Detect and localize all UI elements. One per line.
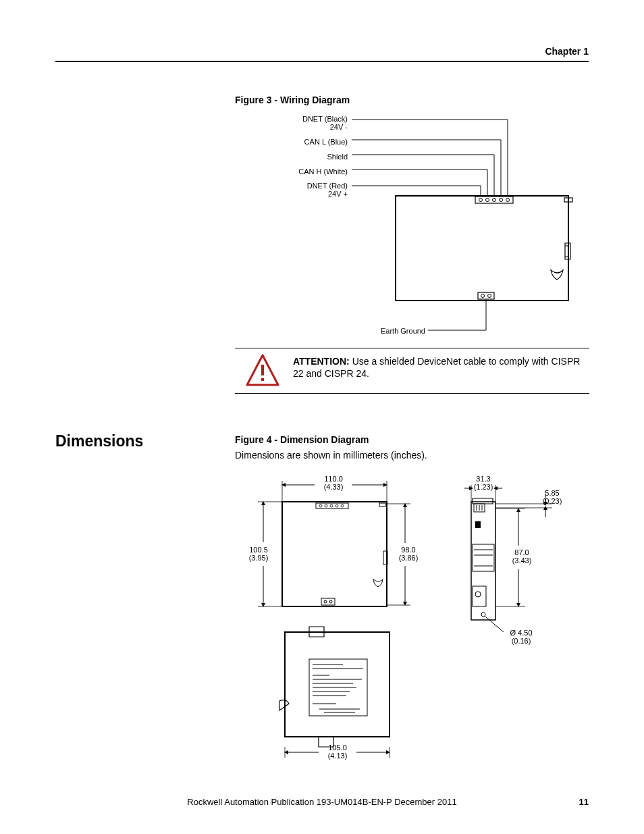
dim-side-tab-in: (0.23) <box>543 497 562 505</box>
dim-side-width-in: (1.23) <box>474 483 493 491</box>
section-heading-dimensions: Dimensions <box>55 432 143 450</box>
header-rule <box>55 61 589 62</box>
page-number: 11 <box>579 797 589 807</box>
svg-rect-8 <box>478 292 494 299</box>
svg-point-22 <box>324 600 327 603</box>
svg-rect-13 <box>282 502 387 606</box>
dim-side-body-in: (3.43) <box>512 556 532 565</box>
attention-icon <box>244 353 281 389</box>
svg-point-9 <box>481 294 485 298</box>
dim-side-width-mm: 31.3 <box>476 475 490 483</box>
svg-point-18 <box>336 504 338 507</box>
dim-side-body-mm: 87.0 <box>514 548 529 556</box>
svg-point-77 <box>481 613 485 617</box>
dim-height-inner-mm: 98.0 <box>401 546 415 554</box>
wiring-diagram <box>267 111 585 341</box>
dim-width-top-mm: 110.0 <box>324 475 343 483</box>
dim-width-bottom-in: (4.13) <box>328 752 348 760</box>
dim-width-top-in: (4.33) <box>324 483 344 491</box>
svg-rect-1 <box>475 197 513 203</box>
svg-point-64 <box>475 592 481 597</box>
svg-rect-12 <box>261 378 264 381</box>
svg-point-16 <box>325 504 327 507</box>
attention-block: ATTENTION: Use a shielded DeviceNet cabl… <box>235 348 589 394</box>
chapter-label: Chapter 1 <box>545 46 589 57</box>
svg-rect-36 <box>285 632 390 737</box>
dim-height-inner-in: (3.86) <box>399 554 419 562</box>
figure-4-caption: Figure 4 - Dimension Diagram <box>235 434 369 445</box>
dim-width-bottom-mm: 105.0 <box>328 744 347 752</box>
dimension-note: Dimensions are shown in millimeters (inc… <box>235 450 427 461</box>
svg-point-6 <box>506 199 510 202</box>
svg-rect-58 <box>475 521 481 528</box>
svg-point-4 <box>493 199 496 202</box>
svg-rect-0 <box>396 196 568 301</box>
svg-line-78 <box>485 617 504 632</box>
figure-3-caption: Figure 3 - Wiring Diagram <box>235 95 350 105</box>
dimension-diagram: 110.0 (4.33) 100.5 (3.95) 98.0 (3.86) <box>235 471 589 775</box>
svg-rect-53 <box>471 502 495 620</box>
dim-height-left-mm: 100.5 <box>249 546 268 554</box>
svg-rect-11 <box>261 365 264 375</box>
dim-height-left-in: (3.95) <box>249 554 269 562</box>
svg-point-2 <box>479 199 483 202</box>
svg-point-19 <box>341 504 344 507</box>
svg-point-10 <box>488 294 491 298</box>
svg-point-23 <box>329 600 332 603</box>
dim-side-tab-mm: 5.85 <box>545 489 559 497</box>
svg-rect-20 <box>379 503 385 506</box>
svg-point-5 <box>500 199 503 202</box>
attention-text: ATTENTION: Use a shielded DeviceNet cabl… <box>293 355 587 380</box>
svg-rect-59 <box>473 544 494 571</box>
svg-point-17 <box>330 504 333 507</box>
dim-hole-in: (0.16) <box>512 637 531 645</box>
svg-rect-21 <box>321 598 335 605</box>
dim-hole-mm: Ø 4.50 <box>510 629 532 637</box>
footer-publication: Rockwell Automation Publication 193-UM01… <box>0 797 644 807</box>
svg-point-3 <box>486 199 489 202</box>
svg-point-15 <box>319 504 322 507</box>
